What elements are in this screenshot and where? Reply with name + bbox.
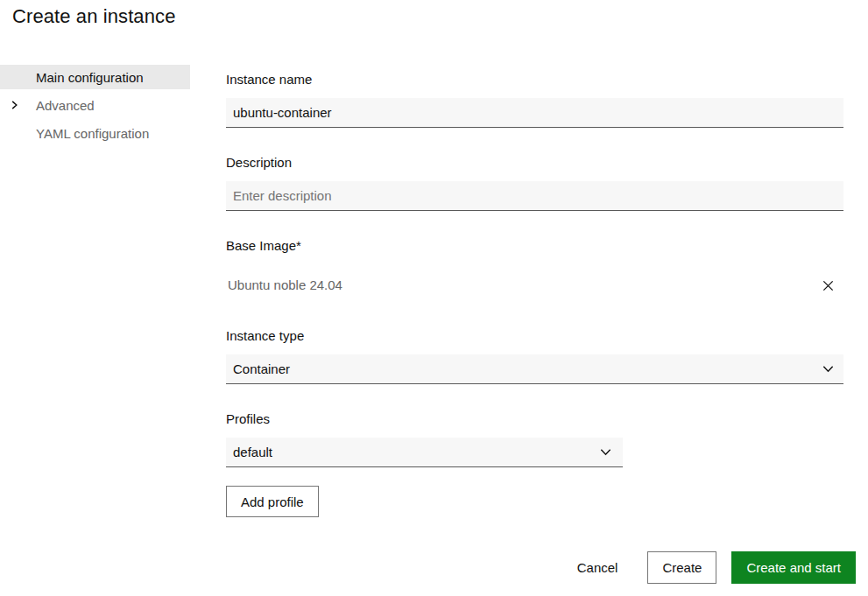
form-section-nav: Main configuration Advanced YAML configu… [0,65,190,149]
x-icon [822,279,835,292]
description-input[interactable] [226,181,843,211]
sidebar-item-label: YAML configuration [36,126,149,141]
profiles-label: Profiles [226,411,270,426]
instance-type-value: Container [233,361,290,376]
sidebar-item-advanced[interactable]: Advanced [0,93,190,117]
base-image-row: Ubuntu noble 24.04 [226,270,843,300]
profiles-select[interactable]: default [226,438,623,467]
instance-name-label: Instance name [226,72,312,87]
sidebar-item-yaml-configuration[interactable]: YAML configuration [0,121,190,145]
sidebar-item-label: Advanced [36,98,95,113]
description-label: Description [226,155,292,170]
chevron-down-icon [821,362,835,376]
base-image-label: Base Image* [226,238,301,253]
chevron-right-icon [10,101,19,110]
page-title: Create an instance [12,5,175,28]
cancel-button[interactable]: Cancel [562,551,633,584]
sidebar-item-main-configuration[interactable]: Main configuration [0,65,190,89]
instance-type-select[interactable]: Container [226,354,843,384]
profiles-value: default [233,445,272,459]
remove-base-image-button[interactable] [815,273,840,298]
modal-footer-actions: Cancel Create Create and start [562,551,856,584]
sidebar-item-label: Main configuration [36,70,144,85]
create-button[interactable]: Create [647,551,716,584]
instance-type-label: Instance type [226,328,304,343]
base-image-value: Ubuntu noble 24.04 [228,277,342,292]
add-profile-button[interactable]: Add profile [226,486,319,517]
instance-name-input[interactable] [226,98,843,128]
chevron-down-icon [598,445,612,459]
create-and-start-button[interactable]: Create and start [731,551,856,584]
create-instance-modal: Create an instance Main configuration Ad… [0,0,868,596]
